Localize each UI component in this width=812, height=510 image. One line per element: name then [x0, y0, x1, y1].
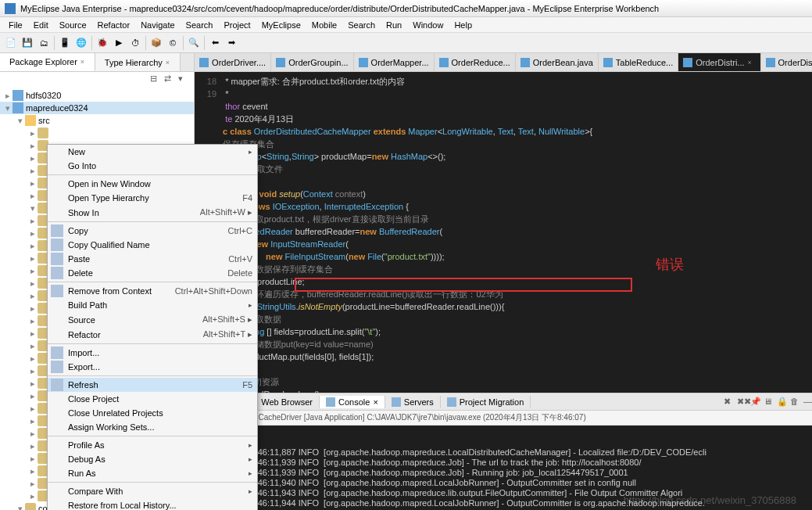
editor-tab[interactable]: OrderReduce...: [435, 53, 516, 71]
menu-item-debug-as[interactable]: Debug As▸: [48, 452, 257, 466]
menu-edit[interactable]: Edit: [28, 19, 54, 31]
new-class-icon[interactable]: ©: [165, 35, 181, 51]
editor-tab[interactable]: OrderBean.java: [516, 53, 599, 71]
link-editor-icon[interactable]: ⇄: [164, 74, 175, 84]
menu-item-export-[interactable]: Export...: [48, 360, 257, 374]
code-editor[interactable]: 18 * mapper需求: 合并product.txt和order.txt的内…: [195, 72, 812, 393]
minimize-icon[interactable]: —: [803, 397, 812, 408]
menu-item-source[interactable]: SourceAlt+Shift+S ▸: [48, 312, 257, 327]
tree-item[interactable]: ▸: [0, 127, 194, 139]
close-icon[interactable]: ×: [373, 397, 377, 407]
menu-myeclipse[interactable]: MyEclipse: [256, 19, 306, 31]
menu-item-new[interactable]: New▸: [48, 145, 257, 159]
new-icon[interactable]: 📄: [3, 35, 19, 51]
menu-item-open-type-hierarchy[interactable]: Open Type HierarchyF4: [48, 191, 257, 205]
menu-item-remove-from-context[interactable]: Remove from ContextCtrl+Alt+Shift+Down: [48, 284, 257, 298]
code-line[interactable]: BufferedReader bufferedReader=new Buffer…: [195, 225, 812, 238]
tree-item[interactable]: ▸hdfs0320: [0, 89, 194, 102]
code-line[interactable]: String productLine;: [195, 275, 812, 288]
scroll-lock-icon[interactable]: 🔒: [777, 397, 788, 408]
menu-search[interactable]: Search: [181, 19, 219, 31]
code-line[interactable]: 18 * mapper需求: 合并product.txt和order.txt的内…: [195, 75, 812, 88]
menu-item-open-in-new-window[interactable]: Open in New Window: [48, 177, 257, 191]
collapse-all-icon[interactable]: ⊟: [150, 74, 161, 84]
editor-tab[interactable]: OrderMapper...: [354, 53, 435, 71]
menu-item-close-unrelated-projects[interactable]: Close Unrelated Projects: [48, 406, 257, 420]
code-line[interactable]: 初始化读取文件: [195, 163, 812, 175]
menu-help[interactable]: Help: [449, 19, 478, 31]
menu-item-assign-working-sets-[interactable]: Assign Working Sets...: [48, 420, 257, 434]
console-output[interactable]: 2020-04-13 20:46:11,887 INFO [org.apache…: [195, 426, 812, 510]
menu-item-show-in[interactable]: Show InAlt+Shift+W ▸: [48, 205, 257, 220]
code-line[interactable]: rotected void setup(Context context): [195, 188, 812, 200]
menu-item-copy-qualified-name[interactable]: Copy Qualified Name: [48, 238, 257, 252]
code-line[interactable]: //存储数据put(key=id value=name): [195, 338, 812, 350]
menu-item-delete[interactable]: DeleteDelete: [48, 266, 257, 280]
editor-tab[interactable]: TableReduce...: [599, 53, 678, 71]
new-pkg-icon[interactable]: 📦: [148, 35, 164, 51]
forward-icon[interactable]: ➡: [224, 35, 239, 51]
code-line[interactable]: 保存缓存集合: [195, 138, 812, 150]
menu-item-copy[interactable]: CopyCtrl+C: [48, 224, 257, 238]
code-line[interactable]: c class OrderDistributedCacheMapper exte…: [195, 125, 812, 138]
menu-item-import-[interactable]: Import...: [48, 346, 257, 360]
menu-item-run-as[interactable]: Run As▸: [48, 466, 257, 480]
code-line[interactable]: // 1.读取product.txt，根据driver直接读取到当前目录: [195, 213, 812, 225]
code-line[interactable]: new FileInputStream(new File("product.tx…: [195, 250, 812, 263]
view-tab-type-hierarchy[interactable]: Type Hierarchy×: [95, 53, 181, 71]
code-line[interactable]: throws IOException, InterruptedException…: [195, 200, 812, 213]
code-line[interactable]: }: [195, 363, 812, 375]
code-line[interactable]: thor cevent: [195, 100, 812, 113]
editor-tab[interactable]: OrderDistri...: [761, 53, 812, 71]
menu-run[interactable]: Run: [381, 19, 407, 31]
code-line[interactable]: //4.关闭资源: [195, 375, 812, 388]
menu-item-paste[interactable]: PasteCtrl+V: [48, 252, 257, 266]
editor-tab[interactable]: OrderDriver....: [195, 53, 271, 71]
editor-tab[interactable]: OrderDistri...×: [678, 53, 760, 71]
browser-icon[interactable]: 🌐: [73, 35, 89, 51]
code-line[interactable]: 19 *: [195, 88, 812, 100]
close-icon[interactable]: ×: [748, 59, 756, 66]
remove-launch-icon[interactable]: ✖: [724, 397, 735, 408]
menu-item-refactor[interactable]: RefactorAlt+Shift+T ▸: [48, 327, 257, 342]
save-all-icon[interactable]: 🗂: [36, 35, 52, 51]
menu-project[interactable]: Project: [218, 19, 256, 31]
code-line[interactable]: ivate Map<String,String> productMap=new …: [195, 150, 812, 163]
menu-item-close-project[interactable]: Close Project: [48, 392, 257, 406]
menu-item-refresh[interactable]: RefreshF5: [48, 378, 257, 392]
code-line[interactable]: verride: [195, 175, 812, 188]
menu-item-restore-from-local-history-[interactable]: Restore from Local History...: [48, 498, 257, 510]
menu-source[interactable]: Source: [54, 19, 92, 31]
code-line[interactable]: te 2020年4月13日: [195, 113, 812, 125]
view-tab-package-explorer[interactable]: Package Explorer×: [0, 53, 95, 71]
code-line[interactable]: // 3.循环遍历缓存，bufferedReader.readLine()读取出…: [195, 288, 812, 300]
code-line[interactable]: new InputStreamReader(: [195, 238, 812, 250]
bottom-tab-project-migration[interactable]: Project Migration: [441, 396, 531, 408]
code-line[interactable]: bufferedReader.close();: [195, 388, 812, 393]
menu-window[interactable]: Window: [407, 19, 449, 31]
menu-navigate[interactable]: Navigate: [135, 19, 180, 31]
pin-icon[interactable]: 📌: [750, 397, 761, 408]
remove-all-icon[interactable]: ✖✖: [737, 397, 748, 408]
menu-item-compare-with[interactable]: Compare With▸: [48, 484, 257, 498]
menu-refactor[interactable]: Refactor: [92, 19, 136, 31]
back-icon[interactable]: ⬅: [207, 35, 223, 51]
display-icon[interactable]: 🖥: [764, 397, 774, 408]
close-icon[interactable]: ×: [166, 59, 173, 66]
code-line[interactable]: while(StringUtils.isNotEmpty(productLine…: [195, 300, 812, 313]
view-menu-icon[interactable]: ▾: [178, 74, 189, 84]
debug-icon[interactable]: 🐞: [95, 35, 110, 51]
bottom-tab-console[interactable]: Console ×: [320, 396, 385, 408]
search-icon[interactable]: 🔍: [186, 35, 202, 51]
bottom-tab-servers[interactable]: Servers: [385, 396, 441, 408]
save-icon[interactable]: 💾: [20, 35, 35, 51]
code-line[interactable]: //截取数据: [195, 313, 812, 325]
code-line[interactable]: productMap.put(fields[0], fields[1]);: [195, 350, 812, 363]
tree-item[interactable]: ▾mapreduce0324: [0, 102, 194, 114]
menu-item-profile-as[interactable]: Profile As▸: [48, 438, 257, 452]
menu-item-build-path[interactable]: Build Path▸: [48, 298, 257, 312]
editor-tab[interactable]: OrderGroupin...: [271, 53, 353, 71]
menu-file[interactable]: File: [3, 19, 28, 31]
menu-item-go-into[interactable]: Go Into: [48, 159, 257, 173]
menu-search[interactable]: Search: [342, 19, 381, 31]
